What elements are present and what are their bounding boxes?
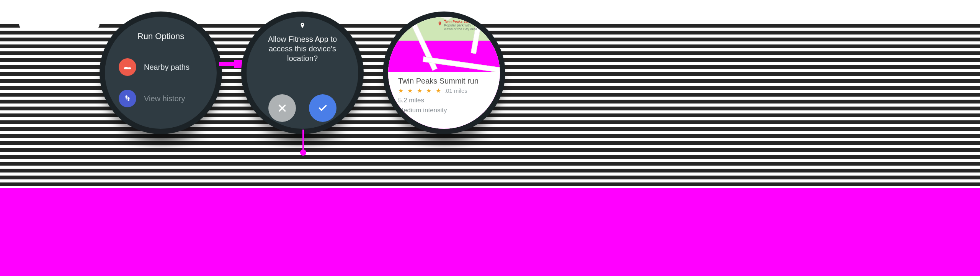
menu-item-label: View history (144, 94, 185, 103)
watch-row: Run Options Nearby paths View history Al… (100, 12, 521, 192)
star-rating: ★ ★ ★ ★ ★ (398, 87, 442, 94)
permission-buttons (247, 94, 358, 122)
map-marker-label: Twin Peaks Summit Popular park with view… (444, 20, 477, 31)
card-line-intensity: Medium intensity (398, 107, 490, 114)
card-rating-row: ★ ★ ★ ★ ★ .01 miles (398, 87, 490, 94)
map-pin-icon (437, 20, 443, 28)
watch-run-options: Run Options Nearby paths View history (100, 12, 222, 134)
card-distance-small: .01 miles (444, 87, 467, 94)
menu-item-nearby-paths[interactable]: Nearby paths (119, 58, 209, 76)
location-pin-icon (247, 21, 358, 31)
watch-permission-dialog: Allow Fitness App to access this device'… (241, 12, 364, 134)
permission-app-name: Fitness App (288, 35, 328, 43)
marker-subtitle: views of the Bay Area (444, 28, 477, 31)
footsteps-icon (119, 90, 136, 107)
svg-point-3 (128, 100, 129, 101)
map-view[interactable]: Twin Peaks Summit Popular park with view… (388, 17, 500, 129)
screen-title: Run Options (105, 31, 217, 41)
menu-item-view-history[interactable]: View history (119, 90, 209, 107)
permission-message: Allow Fitness App to access this device'… (256, 34, 348, 63)
svg-point-2 (127, 97, 130, 100)
permission-text-pre: Allow (268, 35, 288, 43)
check-icon (318, 103, 328, 113)
svg-point-1 (126, 98, 127, 99)
close-icon (277, 103, 287, 113)
watch-map-result: Twin Peaks Summit Popular park with view… (383, 12, 505, 134)
decorative-blob (19, 18, 100, 30)
result-card[interactable]: Twin Peaks Summit run ★ ★ ★ ★ ★ .01 mile… (388, 72, 500, 129)
flow-callout (302, 130, 304, 151)
menu-item-label: Nearby paths (144, 63, 189, 72)
map-marker[interactable]: Twin Peaks Summit Popular park with view… (437, 20, 477, 31)
allow-button[interactable] (309, 94, 336, 122)
flow-arrow (219, 60, 242, 68)
card-line-distance: 5.2 miles (398, 97, 490, 104)
card-title: Twin Peaks Summit run (398, 77, 490, 85)
deny-button[interactable] (268, 94, 296, 122)
svg-point-0 (126, 95, 128, 98)
shoe-icon (119, 58, 136, 76)
